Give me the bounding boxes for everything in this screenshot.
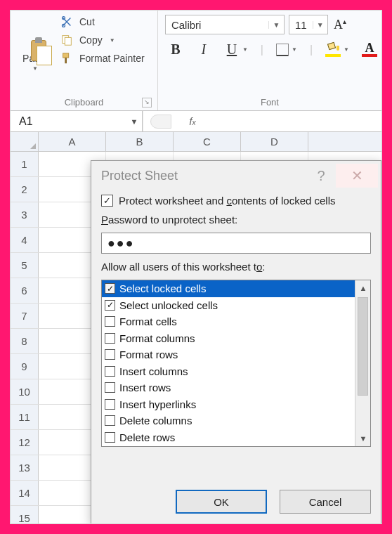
row-header[interactable]: 9 bbox=[11, 354, 39, 379]
permission-item[interactable]: Insert columns bbox=[102, 363, 355, 380]
ribbon-group-clipboard: Paste ▼ Cut Copy ▼ bbox=[11, 11, 158, 110]
scroll-thumb[interactable] bbox=[358, 297, 368, 396]
copy-icon bbox=[60, 33, 74, 47]
permission-checkbox[interactable] bbox=[105, 316, 115, 327]
permission-checkbox[interactable]: ✓ bbox=[105, 300, 115, 311]
permission-checkbox[interactable] bbox=[105, 366, 115, 377]
format-painter-button[interactable]: Format Painter bbox=[60, 51, 145, 65]
permissions-list[interactable]: ✓Select locked cells✓Select unlocked cel… bbox=[101, 280, 371, 447]
permission-item[interactable]: Format columns bbox=[102, 330, 355, 347]
dialog-launcher-icon[interactable]: ↘ bbox=[142, 98, 152, 108]
font-family-combo[interactable]: Calibri ▼ bbox=[165, 15, 285, 34]
permission-item[interactable]: ✓Select locked cells bbox=[102, 280, 355, 297]
row-header[interactable]: 7 bbox=[11, 304, 39, 328]
paintbrush-icon bbox=[60, 51, 74, 65]
row-header[interactable]: 3 bbox=[11, 202, 39, 227]
increase-font-button[interactable]: A▴ bbox=[332, 15, 348, 34]
dialog-title: Protect Sheet bbox=[101, 169, 306, 183]
clipboard-paste-icon bbox=[28, 37, 42, 51]
protect-label: Protect worksheet and contents of locked… bbox=[119, 195, 336, 207]
chevron-down-icon[interactable]: ▼ bbox=[242, 46, 248, 53]
permission-label: Format rows bbox=[119, 349, 178, 360]
permission-checkbox[interactable] bbox=[105, 349, 115, 360]
permission-label: Format columns bbox=[119, 332, 195, 344]
ribbon: Paste ▼ Cut Copy ▼ bbox=[11, 11, 381, 111]
bold-button[interactable]: B bbox=[168, 41, 183, 58]
select-all-corner[interactable] bbox=[11, 132, 39, 151]
column-header[interactable]: B bbox=[106, 132, 174, 151]
scrollbar[interactable]: ▲ ▼ bbox=[355, 280, 370, 446]
fill-color-button[interactable]: ▼ bbox=[325, 43, 349, 57]
dialog-titlebar: Protect Sheet ? ✕ bbox=[91, 161, 381, 190]
paint-bucket-icon bbox=[327, 43, 339, 53]
font-color-button[interactable]: A bbox=[362, 43, 377, 57]
row-header[interactable]: 10 bbox=[11, 379, 39, 404]
permission-item[interactable]: Format cells bbox=[102, 313, 355, 330]
excel-window: Paste ▼ Cut Copy ▼ bbox=[10, 10, 382, 524]
row-header[interactable]: 14 bbox=[11, 481, 39, 505]
row-header[interactable]: 8 bbox=[11, 329, 39, 353]
chevron-down-icon[interactable]: ▼ bbox=[126, 117, 142, 126]
row-header[interactable]: 1 bbox=[11, 152, 39, 176]
row-header[interactable]: 15 bbox=[11, 506, 39, 524]
cut-button[interactable]: Cut bbox=[60, 15, 145, 29]
row-header[interactable]: 11 bbox=[11, 405, 39, 429]
protect-checkbox-row[interactable]: ✓ Protect worksheet and contents of lock… bbox=[101, 195, 371, 207]
row-header[interactable]: 4 bbox=[11, 228, 39, 252]
border-button[interactable]: ▼ bbox=[276, 44, 297, 56]
permission-item[interactable]: Insert rows bbox=[102, 379, 355, 396]
scroll-down-icon[interactable]: ▼ bbox=[355, 431, 371, 446]
fx-icon[interactable]: fx bbox=[178, 115, 207, 127]
permission-label: Select locked cells bbox=[119, 282, 206, 294]
cancel-formula-icon[interactable] bbox=[150, 115, 171, 129]
permission-checkbox[interactable] bbox=[105, 399, 115, 410]
ok-button[interactable]: OK bbox=[176, 490, 267, 514]
permission-checkbox[interactable] bbox=[105, 415, 115, 426]
paste-button[interactable]: Paste ▼ bbox=[15, 13, 55, 95]
permission-checkbox[interactable] bbox=[105, 333, 115, 344]
format-painter-label: Format Painter bbox=[79, 53, 145, 64]
permission-item[interactable]: ✓Select unlocked cells bbox=[102, 297, 355, 314]
permission-checkbox[interactable] bbox=[105, 432, 115, 443]
protect-checkbox[interactable]: ✓ bbox=[101, 195, 113, 207]
permission-checkbox[interactable]: ✓ bbox=[105, 283, 115, 294]
chevron-down-icon[interactable]: ▼ bbox=[110, 37, 115, 44]
column-header[interactable]: D bbox=[241, 132, 308, 151]
chevron-down-icon[interactable]: ▼ bbox=[344, 46, 349, 53]
font-size-combo[interactable]: 11 ▼ bbox=[289, 15, 328, 34]
row-header[interactable]: 6 bbox=[11, 278, 39, 303]
row-header[interactable]: 13 bbox=[11, 455, 39, 480]
svg-rect-5 bbox=[65, 58, 67, 63]
close-button[interactable]: ✕ bbox=[336, 164, 378, 188]
chevron-down-icon[interactable]: ▼ bbox=[313, 21, 327, 29]
formula-input[interactable] bbox=[214, 111, 381, 131]
permission-item[interactable]: Format rows bbox=[102, 346, 355, 363]
ribbon-group-font: Calibri ▼ 11 ▼ A▴ B I U bbox=[158, 11, 381, 110]
row-header[interactable]: 2 bbox=[11, 177, 39, 202]
name-box[interactable]: A1 ▼ bbox=[11, 111, 143, 131]
group-title-clipboard: Clipboard ↘ bbox=[15, 95, 153, 110]
permission-item[interactable]: Insert hyperlinks bbox=[102, 396, 355, 413]
column-header[interactable]: A bbox=[39, 132, 106, 151]
chevron-down-icon[interactable]: ▼ bbox=[32, 65, 38, 72]
italic-button[interactable]: I bbox=[196, 41, 211, 58]
font-color-icon: A bbox=[365, 43, 374, 53]
chevron-down-icon[interactable]: ▼ bbox=[268, 21, 284, 29]
permission-item[interactable]: Delete columns bbox=[102, 412, 355, 429]
row-header[interactable]: 5 bbox=[11, 253, 39, 278]
permission-label: Format cells bbox=[119, 315, 177, 327]
copy-button[interactable]: Copy ▼ bbox=[60, 33, 145, 47]
permission-item[interactable]: Delete rows bbox=[102, 429, 355, 446]
permission-label: Insert columns bbox=[119, 365, 188, 377]
permission-checkbox[interactable] bbox=[105, 382, 115, 393]
svg-rect-3 bbox=[65, 37, 71, 45]
help-button[interactable]: ? bbox=[306, 168, 336, 184]
password-input[interactable] bbox=[101, 233, 371, 254]
cancel-button[interactable]: Cancel bbox=[280, 490, 371, 514]
underline-button[interactable]: U ▼ bbox=[224, 41, 248, 58]
protect-sheet-dialog: Protect Sheet ? ✕ ✓ Protect worksheet an… bbox=[91, 160, 381, 524]
chevron-down-icon[interactable]: ▼ bbox=[292, 46, 297, 53]
row-header[interactable]: 12 bbox=[11, 430, 39, 455]
scroll-up-icon[interactable]: ▲ bbox=[355, 280, 371, 296]
column-header[interactable]: C bbox=[174, 132, 241, 151]
